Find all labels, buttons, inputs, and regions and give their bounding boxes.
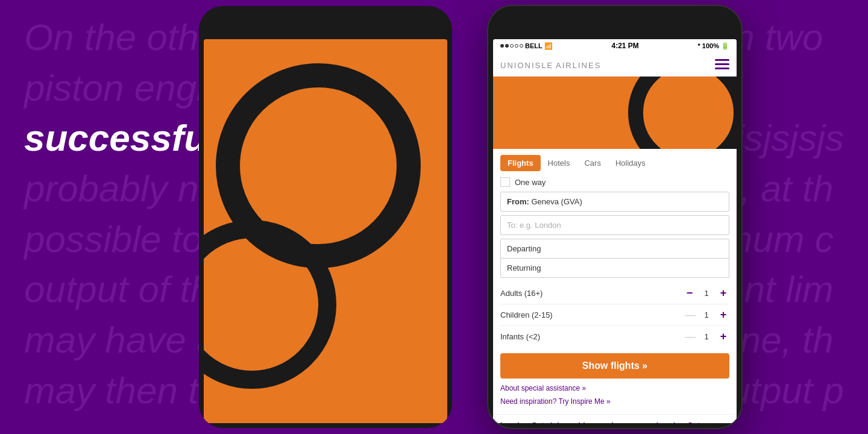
children-label: Children (2-15) bbox=[500, 310, 553, 319]
bluetooth-icon: * bbox=[698, 42, 700, 49]
signal-dot-2 bbox=[505, 44, 509, 48]
deal-destination-2: London Gatw bbox=[656, 421, 729, 423]
returning-field[interactable]: Returning bbox=[501, 259, 729, 277]
logo-sub: AIRLINES bbox=[556, 61, 601, 70]
one-way-label: One way bbox=[515, 178, 546, 187]
status-signal: BELL 📶 bbox=[500, 42, 553, 50]
from-field-group: From: Geneva (GVA) bbox=[500, 192, 729, 212]
special-assistance-link[interactable]: About special assistance » bbox=[500, 382, 729, 395]
deal-destination-1: Liverpool bbox=[578, 421, 651, 423]
one-way-checkbox[interactable] bbox=[500, 177, 510, 187]
adults-label: Adults (16+) bbox=[500, 289, 542, 298]
tab-holidays[interactable]: Holidays bbox=[608, 155, 653, 171]
hamburger-bar-1 bbox=[715, 59, 729, 61]
deal-card-1: Liverpool From Jersey £10.16 (Dec 2018) … bbox=[578, 421, 651, 423]
children-count: 1 bbox=[702, 310, 711, 319]
logo-main: Unionisle bbox=[500, 61, 553, 70]
status-bar: BELL 📶 4:21 PM * 100% 🔋 bbox=[493, 39, 737, 52]
tab-flights[interactable]: Flights bbox=[500, 155, 541, 171]
decorative-orange-area bbox=[493, 77, 737, 149]
phone-frame-right bbox=[199, 6, 452, 428]
search-form: Flights Hotels Cars Holidays One way Fro… bbox=[493, 149, 737, 414]
status-battery: * 100% 🔋 bbox=[698, 42, 729, 50]
infants-controls: — 1 + bbox=[685, 330, 729, 343]
departing-field[interactable]: Departing bbox=[501, 239, 729, 259]
passengers-section: Adults (16+) − 1 + Children (2-15) — 1 + bbox=[500, 283, 729, 347]
hamburger-bar-2 bbox=[715, 63, 729, 65]
signal-dot-3 bbox=[510, 44, 514, 48]
children-minus-button[interactable]: — bbox=[685, 309, 696, 321]
deal-card-0: London Gatwick From Jersey £10.16 (Dec 2… bbox=[500, 421, 573, 423]
form-links: About special assistance » Need inspirat… bbox=[500, 382, 729, 408]
menu-button[interactable] bbox=[715, 59, 729, 69]
adults-minus-button[interactable]: − bbox=[684, 287, 696, 300]
phone-screen: BELL 📶 4:21 PM * 100% 🔋 UnionisleAIRLINE… bbox=[493, 39, 737, 423]
adults-plus-button[interactable]: + bbox=[717, 287, 729, 300]
inspire-me-link[interactable]: Need inspiration? Try Inspire Me » bbox=[500, 395, 729, 409]
to-placeholder: e.g. London bbox=[520, 221, 561, 230]
tab-cars[interactable]: Cars bbox=[577, 155, 608, 171]
signal-dot-1 bbox=[500, 44, 504, 48]
deals-section: London Gatwick From Jersey £10.16 (Dec 2… bbox=[493, 414, 737, 423]
show-flights-button[interactable]: Show flights » bbox=[500, 353, 729, 379]
adults-count: 1 bbox=[702, 289, 711, 298]
adults-controls: − 1 + bbox=[684, 287, 729, 300]
deal-card-2: London Gatw From Inverne £10.16 (Jan 2 B… bbox=[656, 421, 729, 423]
children-row: Children (2-15) — 1 + bbox=[500, 304, 729, 326]
app-header: UnionisleAIRLINES bbox=[493, 52, 737, 77]
navigation-tabs: Flights Hotels Cars Holidays bbox=[500, 155, 729, 171]
battery-percent: 100% bbox=[702, 42, 719, 49]
battery-icon: 🔋 bbox=[721, 42, 729, 50]
hamburger-bar-3 bbox=[715, 68, 729, 69]
carrier-label: BELL bbox=[525, 42, 542, 49]
infants-plus-button[interactable]: + bbox=[717, 330, 729, 343]
app-logo: UnionisleAIRLINES bbox=[500, 57, 601, 71]
infants-count: 1 bbox=[702, 332, 711, 341]
infants-label: Infants (<2) bbox=[500, 332, 540, 341]
to-input[interactable]: To: e.g. London bbox=[500, 215, 729, 235]
from-value: Geneva (GVA) bbox=[531, 197, 582, 206]
deal-destination-0: London Gatwick bbox=[500, 421, 573, 423]
infants-minus-button[interactable]: — bbox=[685, 330, 696, 343]
phone-mockup: BELL 📶 4:21 PM * 100% 🔋 UnionisleAIRLINE… bbox=[476, 0, 753, 434]
phone-frame: BELL 📶 4:21 PM * 100% 🔋 UnionisleAIRLINE… bbox=[488, 6, 741, 428]
infants-row: Infants (<2) — 1 + bbox=[500, 326, 729, 347]
signal-dot-4 bbox=[515, 44, 518, 48]
signal-dot-5 bbox=[520, 44, 523, 48]
wifi-icon: 📶 bbox=[544, 42, 553, 50]
children-plus-button[interactable]: + bbox=[717, 309, 729, 321]
to-label: To: bbox=[507, 221, 517, 230]
decorative-circle bbox=[628, 77, 737, 149]
one-way-row: One way bbox=[500, 177, 729, 187]
status-time: 4:21 PM bbox=[611, 42, 638, 50]
from-input[interactable]: From: Geneva (GVA) bbox=[500, 192, 729, 212]
adults-row: Adults (16+) − 1 + bbox=[500, 283, 729, 304]
date-group: Departing Returning bbox=[500, 239, 729, 278]
from-label: From: bbox=[507, 197, 529, 206]
to-field-group: To: e.g. London bbox=[500, 215, 729, 235]
tab-hotels[interactable]: Hotels bbox=[541, 155, 577, 171]
children-controls: — 1 + bbox=[685, 309, 729, 321]
